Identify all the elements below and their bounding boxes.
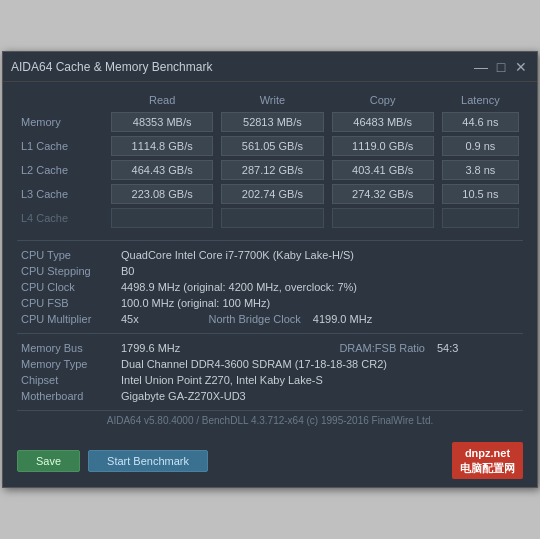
dram-fsb-label: DRAM:FSB Ratio [323,340,433,356]
chipset-value: Intel Union Point Z270, Intel Kaby Lake-… [117,372,523,388]
main-content: Read Write Copy Latency Memory48353 MB/s… [3,82,537,436]
col-header-label [17,92,107,110]
bench-label-3: L3 Cache [17,182,107,206]
motherboard-value: Gigabyte GA-Z270X-UD3 [117,388,523,404]
bench-label-4: L4 Cache [17,206,107,230]
bench-write-3: 202.74 GB/s [217,182,327,206]
cpu-clock-value: 4498.9 MHz (original: 4200 MHz, overcloc… [117,279,523,295]
footer: Save Start Benchmark dnpz.net 电脑配置网 [3,436,537,487]
watermark: dnpz.net 电脑配置网 [452,442,523,479]
bench-read-1: 1114.8 GB/s [107,134,217,158]
bench-latency-1: 0.9 ns [438,134,523,158]
main-window: AIDA64 Cache & Memory Benchmark — □ ✕ Re… [2,51,538,488]
bench-read-3: 223.08 GB/s [107,182,217,206]
watermark-line1: dnpz.net [465,446,510,460]
cpu-clock-label: CPU Clock [17,279,117,295]
cpu-stepping-row: CPU Stepping B0 [17,263,523,279]
bench-label-1: L1 Cache [17,134,107,158]
divider-2 [17,333,523,334]
north-bridge-label: North Bridge Clock [199,311,309,327]
minimize-button[interactable]: — [473,59,489,75]
bench-copy-3: 274.32 GB/s [328,182,438,206]
col-header-write: Write [217,92,327,110]
cpu-multiplier-label: CPU Multiplier [17,311,117,327]
bench-write-4 [217,206,327,230]
cpu-stepping-label: CPU Stepping [17,263,117,279]
bench-row-4: L4 Cache [17,206,523,230]
cpu-fsb-label: CPU FSB [17,295,117,311]
bench-copy-4 [328,206,438,230]
chipset-row: Chipset Intel Union Point Z270, Intel Ka… [17,372,523,388]
maximize-button[interactable]: □ [493,59,509,75]
bench-read-2: 464.43 GB/s [107,158,217,182]
footer-buttons: Save Start Benchmark [17,450,208,472]
bench-write-2: 287.12 GB/s [217,158,327,182]
col-header-read: Read [107,92,217,110]
bench-latency-0: 44.6 ns [438,110,523,134]
status-bar: AIDA64 v5.80.4000 / BenchDLL 4.3.712-x64… [17,410,523,430]
window-controls: — □ ✕ [473,59,529,75]
titlebar: AIDA64 Cache & Memory Benchmark — □ ✕ [3,52,537,82]
benchmark-table: Read Write Copy Latency Memory48353 MB/s… [17,92,523,230]
memory-info-table: Memory Bus 1799.6 MHz DRAM:FSB Ratio 54:… [17,340,523,404]
window-title: AIDA64 Cache & Memory Benchmark [11,60,212,74]
watermark-line2: 电脑配置网 [460,461,515,475]
motherboard-row: Motherboard Gigabyte GA-Z270X-UD3 [17,388,523,404]
memory-bus-value: 1799.6 MHz [117,340,323,356]
memory-type-label: Memory Type [17,356,117,372]
cpu-fsb-value: 100.0 MHz (original: 100 MHz) [117,295,523,311]
cpu-multiplier-value: 45x [117,311,199,327]
memory-type-value: Dual Channel DDR4-3600 SDRAM (17-18-18-3… [117,356,523,372]
bench-label-0: Memory [17,110,107,134]
cpu-stepping-value: B0 [117,263,523,279]
close-button[interactable]: ✕ [513,59,529,75]
bench-read-4 [107,206,217,230]
bench-row-3: L3 Cache223.08 GB/s202.74 GB/s274.32 GB/… [17,182,523,206]
col-header-latency: Latency [438,92,523,110]
cpu-info-table: CPU Type QuadCore Intel Core i7-7700K (K… [17,247,523,327]
cpu-fsb-row: CPU FSB 100.0 MHz (original: 100 MHz) [17,295,523,311]
dram-fsb-value: 54:3 [433,340,523,356]
north-bridge-value: 4199.0 MHz [309,311,523,327]
start-benchmark-button[interactable]: Start Benchmark [88,450,208,472]
bench-latency-4 [438,206,523,230]
bench-row-1: L1 Cache1114.8 GB/s561.05 GB/s1119.0 GB/… [17,134,523,158]
cpu-multiplier-row: CPU Multiplier 45x North Bridge Clock 41… [17,311,523,327]
bench-write-0: 52813 MB/s [217,110,327,134]
bench-copy-0: 46483 MB/s [328,110,438,134]
bench-row-2: L2 Cache464.43 GB/s287.12 GB/s403.41 GB/… [17,158,523,182]
bench-row-0: Memory48353 MB/s52813 MB/s46483 MB/s44.6… [17,110,523,134]
memory-type-row: Memory Type Dual Channel DDR4-3600 SDRAM… [17,356,523,372]
bench-copy-1: 1119.0 GB/s [328,134,438,158]
save-button[interactable]: Save [17,450,80,472]
divider-1 [17,240,523,241]
cpu-clock-row: CPU Clock 4498.9 MHz (original: 4200 MHz… [17,279,523,295]
bench-read-0: 48353 MB/s [107,110,217,134]
bench-label-2: L2 Cache [17,158,107,182]
cpu-type-row: CPU Type QuadCore Intel Core i7-7700K (K… [17,247,523,263]
bench-write-1: 561.05 GB/s [217,134,327,158]
cpu-type-value: QuadCore Intel Core i7-7700K (Kaby Lake-… [117,247,523,263]
memory-bus-label: Memory Bus [17,340,117,356]
bench-latency-2: 3.8 ns [438,158,523,182]
motherboard-label: Motherboard [17,388,117,404]
chipset-label: Chipset [17,372,117,388]
bench-copy-2: 403.41 GB/s [328,158,438,182]
memory-bus-row: Memory Bus 1799.6 MHz DRAM:FSB Ratio 54:… [17,340,523,356]
cpu-type-label: CPU Type [17,247,117,263]
bench-latency-3: 10.5 ns [438,182,523,206]
col-header-copy: Copy [328,92,438,110]
